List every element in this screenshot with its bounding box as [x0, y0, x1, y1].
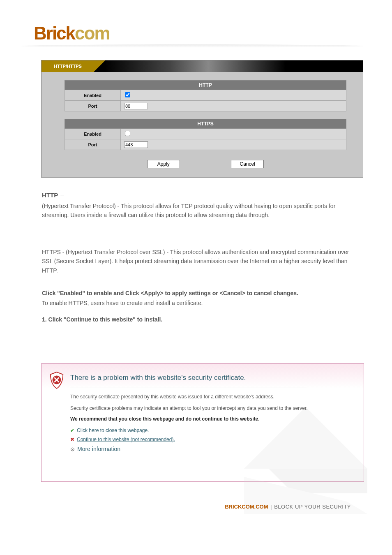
close-webpage-link[interactable]: ✔ Click here to close this webpage.	[70, 428, 351, 433]
http-table: HTTP Enabled Port	[65, 80, 346, 111]
footer-slogan: BLOCK UP YOUR SECURITY	[274, 504, 351, 510]
more-information-toggle[interactable]: ⊙ More information	[70, 446, 351, 452]
continue-website-link[interactable]: ✖ Continue to this website (not recommen…	[70, 437, 351, 442]
http-section-title: HTTP–	[42, 192, 67, 199]
more-info-text: More information	[77, 446, 120, 452]
footer-brand: BRICKCOM.COM	[225, 504, 268, 510]
footer-separator: |	[270, 504, 272, 510]
certificate-warning-screenshot: There is a problem with this website's s…	[41, 363, 364, 482]
https-port-input[interactable]	[124, 141, 148, 148]
cancel-button[interactable]: Cancel	[231, 160, 264, 168]
dash: –	[60, 192, 64, 199]
close-link-text: Click here to close this webpage.	[77, 428, 149, 433]
logo-part1: Brick	[34, 23, 75, 43]
logo-part2: com	[75, 23, 109, 43]
tab-gradient	[105, 60, 363, 72]
https-port-label: Port	[65, 139, 121, 150]
warning-divider	[70, 388, 307, 388]
http-enabled-checkbox[interactable]	[125, 92, 130, 97]
apply-button[interactable]: Apply	[147, 160, 180, 168]
http-title-text: HTTP	[42, 192, 58, 199]
check-shield-icon: ✔	[70, 428, 74, 433]
shield-x-icon	[49, 371, 65, 389]
footer: BRICKCOM.COM | BLOCK UP YOUR SECURITY	[225, 504, 351, 510]
http-port-label: Port	[65, 101, 121, 111]
http-https-panel: HTTP/HTTPS HTTP Enabled Port HTTPS Enabl…	[41, 60, 363, 178]
logo-underline	[21, 44, 363, 48]
https-header: HTTPS	[65, 119, 346, 129]
warning-recommend: We recommend that you close this webpage…	[70, 416, 351, 422]
x-shield-icon: ✖	[70, 437, 74, 442]
warning-text-2: Security certificate problems may indica…	[70, 405, 329, 412]
paragraph-cert-instruction: To enable HTTPS, users have to create an…	[42, 298, 359, 308]
paragraph-enable-instruction: Click "Enabled" to enable and Click <App…	[42, 289, 359, 298]
paragraph-https-desc: HTTPS - (Hypertext Transfer Protocol ove…	[42, 247, 359, 275]
paragraph-step1: 1. Click "Continue to this website" to i…	[42, 315, 359, 324]
http-enabled-label: Enabled	[65, 90, 121, 101]
http-port-input[interactable]	[124, 103, 148, 109]
https-table: HTTPS Enabled Port	[65, 119, 346, 150]
button-row: Apply Cancel	[65, 157, 346, 168]
paragraph-http-desc: (Hypertext Transfer Protocol) - This pro…	[42, 201, 359, 220]
https-enabled-checkbox[interactable]	[125, 131, 130, 136]
http-header: HTTP	[65, 81, 346, 90]
continue-link-text[interactable]: Continue to this website (not recommende…	[77, 437, 175, 442]
chevron-down-icon: ⊙	[70, 446, 75, 452]
https-enabled-label: Enabled	[65, 129, 121, 139]
warning-title: There is a problem with this website's s…	[70, 374, 351, 382]
tab-http-https[interactable]: HTTP/HTTPS	[42, 60, 94, 72]
tab-divider	[94, 60, 105, 72]
tab-bar: HTTP/HTTPS	[42, 60, 363, 72]
warning-text-1: The security certificate presented by th…	[70, 393, 329, 400]
brand-logo: Brickcom	[34, 23, 110, 44]
